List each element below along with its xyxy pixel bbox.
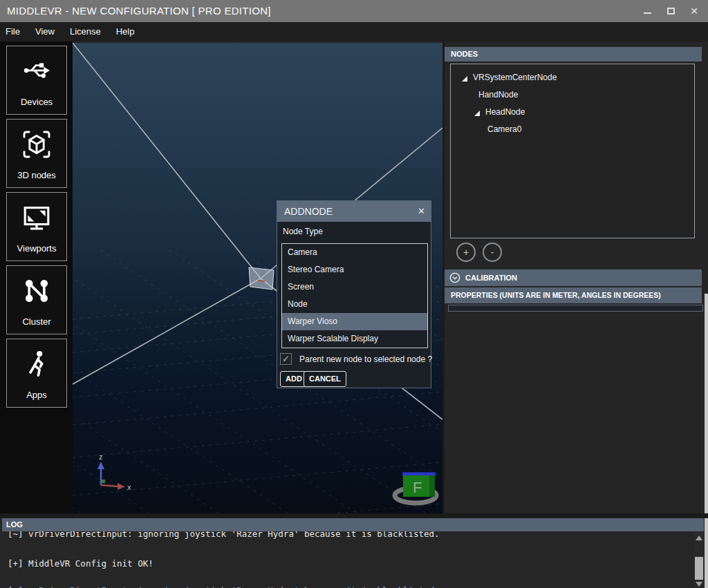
sidebar-item-apps[interactable]: Apps — [6, 339, 67, 408]
title-bar: MIDDLEVR - NEW CONFIGURATION [ PRO EDITI… — [0, 0, 708, 22]
axis-indicator: z x — [97, 453, 131, 491]
floor-marker[interactable]: F — [395, 473, 436, 504]
node-type-label: Node Type — [283, 227, 323, 236]
log-line: [+] MiddleVR Config init OK! — [8, 558, 153, 569]
add-node-button[interactable]: + — [456, 243, 476, 262]
nodes-tree[interactable]: VRSystemCenterNode HandNode HeadNode Cam… — [450, 64, 695, 238]
close-icon: ✕ — [690, 0, 698, 22]
sidebar-item-cluster[interactable]: Cluster — [6, 265, 67, 334]
list-option-warper-vioso[interactable]: Warper Vioso — [282, 313, 427, 330]
sidebar-item-label: Devices — [7, 97, 66, 107]
minimize-icon — [644, 12, 651, 14]
log-body[interactable]: [~] vrDriverDirectInput: ignoring joysti… — [2, 531, 694, 588]
list-option-screen[interactable]: Screen — [282, 278, 427, 296]
tree-node-label[interactable]: VRSystemCenterNode — [473, 73, 557, 82]
sidebar-item-label: 3D nodes — [7, 170, 66, 180]
list-option-node[interactable]: Node — [282, 296, 427, 313]
scroll-down-icon[interactable] — [696, 582, 702, 587]
sidebar-item-label: Cluster — [7, 316, 66, 327]
sidebar-item-label: Viewports — [7, 243, 66, 254]
axis-z-label: z — [99, 453, 103, 461]
camera-node[interactable] — [249, 267, 281, 290]
tree-row[interactable]: HeadNode — [451, 104, 694, 122]
list-option-stereo-camera[interactable]: Stereo Camera — [282, 261, 427, 278]
person-icon — [7, 348, 66, 381]
sidebar: Devices 3D nodes — [0, 41, 73, 515]
list-option-warper-scalable-display[interactable]: Warper Scalable Display — [282, 330, 427, 348]
parent-node-checkbox[interactable]: ✓ — [280, 353, 292, 365]
cube-icon — [7, 128, 66, 161]
sidebar-item-devices[interactable]: Devices — [6, 46, 67, 115]
tree-row[interactable]: VRSystemCenterNode — [451, 70, 694, 87]
dialog-close-icon[interactable]: ✕ — [418, 201, 425, 222]
tree-row[interactable]: Camera0 — [451, 122, 694, 139]
properties-header: PROPERTIES (UNITS ARE IN METER, ANGLES I… — [445, 287, 702, 303]
menu-license[interactable]: License — [62, 22, 109, 41]
usb-icon — [7, 55, 66, 86]
calibration-header[interactable]: CALIBRATION — [445, 269, 702, 286]
floor-marker-letter: F — [413, 479, 422, 496]
right-panel: NODES VRSystemCenterNode HandNode HeadNo… — [445, 41, 708, 515]
cancel-button[interactable]: CANCEL — [304, 371, 346, 387]
window-title: MIDDLEVR - NEW CONFIGURATION [ PRO EDITI… — [7, 0, 271, 22]
log-line: [~] vrDriverDirectInput: ignoring joysti… — [8, 531, 440, 539]
monitor-icon — [7, 201, 66, 234]
expander-icon[interactable] — [462, 76, 467, 82]
menu-help[interactable]: Help — [109, 22, 142, 41]
dialog-title: ADDNODE — [284, 201, 333, 222]
sidebar-item-viewports[interactable]: Viewports — [6, 192, 67, 261]
close-button[interactable]: ✕ — [683, 0, 705, 22]
chevron-down-icon — [449, 272, 460, 289]
dialog-title-bar[interactable]: ADDNODE ✕ — [277, 201, 431, 222]
tree-node-label[interactable]: HeadNode — [485, 107, 525, 117]
tree-node-label[interactable]: Camera0 — [487, 124, 521, 134]
app-window: MIDDLEVR - NEW CONFIGURATION [ PRO EDITI… — [0, 0, 708, 588]
parent-node-checkbox-label: Parent new node to selected node ? — [299, 354, 432, 364]
log-divider — [0, 513, 708, 518]
axis-x-label: x — [127, 483, 131, 491]
tree-row[interactable]: HandNode — [451, 87, 694, 104]
expander-icon[interactable] — [474, 111, 480, 116]
maximize-icon — [667, 8, 675, 15]
node-type-list[interactable]: Camera Stereo Camera Screen Node Warper … — [281, 243, 428, 348]
panel-scrollbar-track[interactable] — [705, 294, 708, 588]
maximize-button[interactable] — [660, 0, 682, 22]
sidebar-item-label: Apps — [7, 390, 66, 400]
calibration-header-label: CALIBRATION — [465, 269, 517, 286]
addnode-dialog: ADDNODE ✕ Node Type Camera Stereo Camera… — [277, 200, 431, 388]
scroll-up-icon[interactable] — [696, 535, 702, 540]
minimize-button[interactable] — [636, 0, 658, 22]
sidebar-item-3d-nodes[interactable]: 3D nodes — [6, 119, 67, 188]
nodes-panel-header: NODES — [445, 47, 702, 61]
log-header: LOG — [2, 518, 704, 531]
scrollbar-thumb[interactable] — [695, 557, 703, 580]
menu-file[interactable]: File — [0, 22, 28, 41]
remove-node-button[interactable]: - — [483, 243, 502, 262]
list-option-camera[interactable]: Camera — [282, 244, 427, 261]
cluster-icon — [7, 274, 66, 307]
log-line-clipped: [~] vrDriverDirectInput: ignoring joysti… — [8, 585, 440, 588]
tree-node-label[interactable]: HandNode — [478, 90, 518, 99]
menu-bar: File View License Help — [0, 22, 708, 41]
properties-empty-strip — [448, 305, 703, 312]
log-scrollbar[interactable] — [694, 531, 704, 588]
menu-view[interactable]: View — [28, 22, 62, 41]
